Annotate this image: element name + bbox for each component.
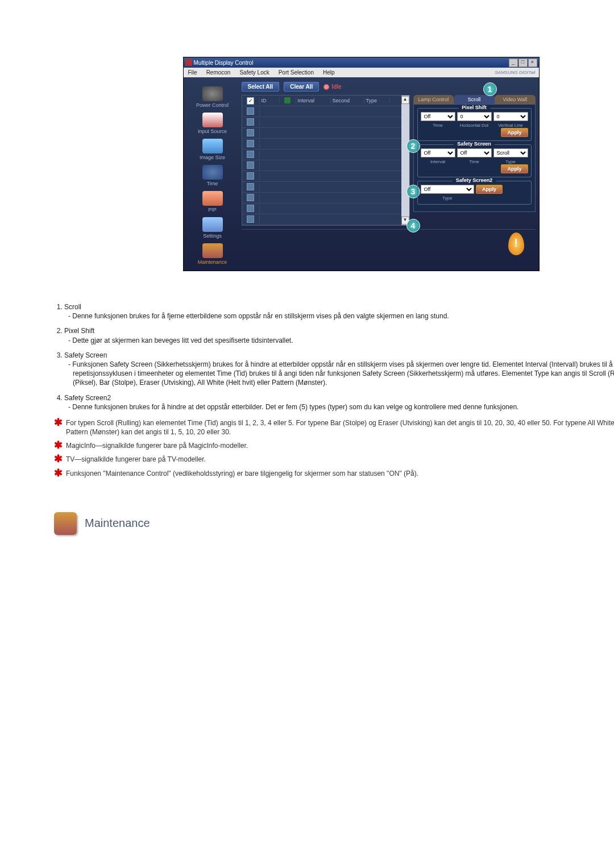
sidebar-item-image-size[interactable]: Image Size <box>187 138 238 163</box>
menu-safety-lock[interactable]: Safety Lock <box>235 69 273 76</box>
menu-help[interactable]: Help <box>318 69 339 76</box>
table-row[interactable] <box>242 128 401 139</box>
table-row[interactable] <box>242 214 401 225</box>
callout-4: 4 <box>406 219 420 232</box>
pixel-shift-hdot-select[interactable]: 0 <box>457 112 492 121</box>
row-checkbox[interactable] <box>247 129 254 136</box>
window-max-button[interactable]: □ <box>518 59 528 67</box>
row-checkbox[interactable] <box>247 140 254 147</box>
pixel-shift-apply-button[interactable]: Apply <box>501 128 528 137</box>
lab: Type <box>493 159 528 164</box>
select-all-button[interactable]: Select All <box>242 82 280 92</box>
safety-screen-apply-button[interactable]: Apply <box>501 164 528 173</box>
menu-remocon[interactable]: Remocon <box>202 69 235 76</box>
grid-scrollbar[interactable]: ▲ ▼ <box>401 95 409 225</box>
pixel-shift-group: Pixel Shift Off 0 0 TimeHorizontal DotVe… <box>417 108 532 141</box>
table-row[interactable] <box>242 203 401 214</box>
sidebar-item-maintenance[interactable]: Maintenance <box>187 242 238 267</box>
safety-screen-legend: Safety Screen <box>454 141 495 147</box>
menubar: File Remocon Safety Lock Port Selection … <box>184 68 539 77</box>
doc-2-desc: - Dette gjør at skjermen kan beveges lit… <box>73 336 614 345</box>
safety-screen2-apply-button[interactable]: Apply <box>476 185 503 194</box>
col-interval[interactable]: Interval <box>296 98 331 103</box>
settings-panel: Lamp Control Scroll Video Wall 1 Pixel S… <box>413 95 536 226</box>
row-checkbox[interactable] <box>247 172 254 180</box>
titlebar[interactable]: Multiple Display Control _ □ × <box>184 57 539 68</box>
maintenance-heading-label: Maintenance <box>85 517 150 530</box>
lab: Horizontal Dot <box>457 123 492 128</box>
table-row[interactable] <box>242 106 401 117</box>
pip-icon <box>202 191 223 206</box>
info-icon <box>508 232 524 255</box>
info-bar <box>242 229 536 258</box>
brand-label: SAMSUNG DIGITall <box>495 70 538 75</box>
idle-label: Idle <box>331 84 341 90</box>
tab-lamp-control[interactable]: Lamp Control <box>413 95 454 104</box>
window-min-button[interactable]: _ <box>509 59 518 67</box>
col-second[interactable]: Second <box>331 98 364 103</box>
safety-screen-interval-select[interactable]: Off <box>421 148 455 157</box>
lab: Time <box>421 123 455 128</box>
safety-screen-time-select[interactable]: Off <box>457 148 492 157</box>
settings-icon <box>202 217 223 232</box>
status-icon <box>284 97 291 103</box>
sidebar-item-label: PIP <box>208 207 217 213</box>
pixel-shift-vline-select[interactable]: 0 <box>493 112 528 121</box>
sidebar-item-power-control[interactable]: Power Control <box>187 85 238 110</box>
col-id[interactable]: ID <box>260 98 280 103</box>
tab-video-wall[interactable]: Video Wall <box>495 95 536 104</box>
table-row[interactable] <box>242 117 401 128</box>
sidebar-item-pip[interactable]: PIP <box>187 190 238 215</box>
maintenance-heading-icon <box>54 512 77 535</box>
row-checkbox[interactable] <box>247 151 254 158</box>
safety-screen-group: Safety Screen Off Off Scroll IntervalTim… <box>417 144 532 177</box>
app-window: Multiple Display Control _ □ × File Remo… <box>183 57 540 271</box>
power-icon <box>202 86 223 101</box>
star-icon: ✱ <box>54 455 63 463</box>
row-checkbox[interactable] <box>247 205 254 212</box>
row-checkbox[interactable] <box>247 161 254 169</box>
col-type[interactable]: Type <box>364 98 390 103</box>
star-icon: ✱ <box>54 469 63 477</box>
sidebar-item-time[interactable]: Time <box>187 164 238 189</box>
sidebar-item-input-source[interactable]: Input Source <box>187 111 238 136</box>
doc-2-title: Pixel Shift <box>64 327 94 335</box>
app-icon <box>185 59 192 66</box>
table-row[interactable] <box>242 193 401 203</box>
table-row[interactable] <box>242 182 401 193</box>
table-row[interactable] <box>242 171 401 182</box>
row-checkbox[interactable] <box>247 118 254 126</box>
lab: Time <box>457 159 492 164</box>
row-checkbox[interactable] <box>247 215 254 223</box>
display-grid: ✓ ID Interval Second Type <box>242 95 410 226</box>
menu-file[interactable]: File <box>184 69 202 76</box>
window-close-button[interactable]: × <box>528 59 537 67</box>
clear-all-button[interactable]: Clear All <box>284 82 319 92</box>
header-checkbox[interactable]: ✓ <box>247 97 254 105</box>
sidebar-item-label: Settings <box>203 233 222 239</box>
star-icon: ✱ <box>54 441 63 449</box>
row-checkbox[interactable] <box>247 194 254 201</box>
safety-screen-type-select[interactable]: Scroll <box>493 148 528 157</box>
table-row[interactable] <box>242 160 401 171</box>
pixel-shift-time-select[interactable]: Off <box>421 112 455 121</box>
doc-4-title: Safety Screen2 <box>64 394 111 402</box>
table-row[interactable] <box>242 149 401 160</box>
sidebar-item-settings[interactable]: Settings <box>187 216 238 241</box>
section-heading: Maintenance <box>54 512 614 535</box>
row-checkbox[interactable] <box>247 107 254 115</box>
safety-screen2-type-select[interactable]: Off <box>421 185 475 194</box>
table-row[interactable] <box>242 139 401 149</box>
sidebar-item-label: Power Control <box>196 102 229 108</box>
sidebar-item-label: Input Source <box>198 128 227 134</box>
image-size-icon <box>202 139 223 153</box>
star-icon: ✱ <box>54 418 63 426</box>
row-checkbox[interactable] <box>247 183 254 190</box>
time-icon <box>202 165 223 180</box>
safety-screen2-group: Safety Screen2 Off Apply Type <box>417 181 532 205</box>
menu-port-selection[interactable]: Port Selection <box>274 69 318 76</box>
window-title: Multiple Display Control <box>194 60 254 66</box>
tab-scroll[interactable]: Scroll <box>454 95 495 104</box>
scroll-up-button[interactable]: ▲ <box>401 96 409 104</box>
lab: Interval <box>421 159 455 164</box>
